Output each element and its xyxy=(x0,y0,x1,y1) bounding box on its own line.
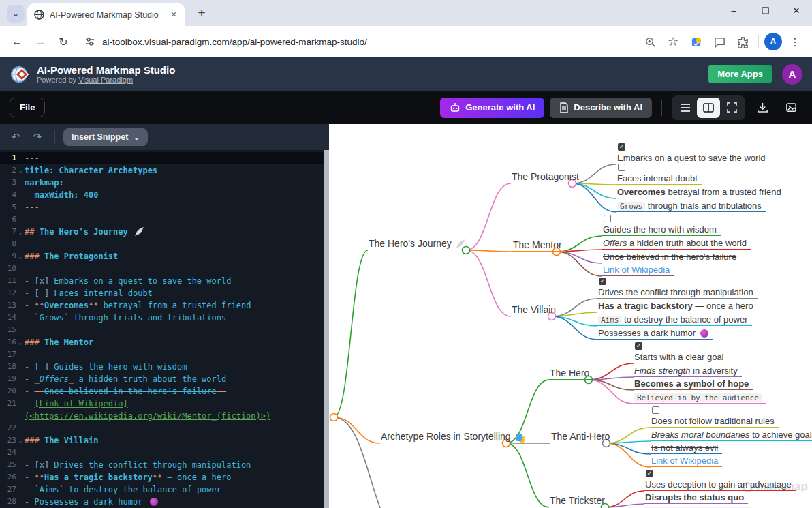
mindmap-branch-node[interactable]: The Villain xyxy=(511,304,560,316)
code-line[interactable]: 28- Possesses a dark humor xyxy=(0,496,324,508)
mindmap-branch-node[interactable]: The Anti-Hero xyxy=(550,431,614,443)
checkbox-checked[interactable]: ✓ xyxy=(599,278,606,285)
line-number: 23 xyxy=(0,434,16,447)
address-bar[interactable]: ai-toolbox.visual-paradigm.com/app/ai-po… xyxy=(76,36,637,47)
window-maximize-button[interactable] xyxy=(749,0,781,20)
code-line[interactable]: 10 xyxy=(0,263,324,275)
mindmap-branch-node[interactable]: Archetype Roles in Storytelling xyxy=(380,431,527,443)
url-text[interactable]: ai-toolbox.visual-paradigm.com/app/ai-po… xyxy=(102,37,367,47)
file-menu-button[interactable]: File xyxy=(10,98,45,117)
checkbox-unchecked[interactable] xyxy=(618,164,625,171)
code-line[interactable]: 1--- xyxy=(0,152,324,164)
site-settings-icon[interactable] xyxy=(84,36,95,47)
checkbox-checked[interactable]: ✓ xyxy=(646,470,653,477)
code-line[interactable]: 26- **Has a tragic backstory** — once a … xyxy=(0,471,324,483)
code-line[interactable]: 19- _Offers_ a hidden truth about the wo… xyxy=(0,373,324,385)
redo-icon[interactable]: ↷ xyxy=(29,131,46,143)
code-line[interactable]: 12- [ ] Faces internal doubt xyxy=(0,287,324,299)
extensions-puzzle-icon[interactable] xyxy=(732,31,753,52)
more-apps-button[interactable]: More Apps xyxy=(708,65,772,83)
menu-kebab-icon[interactable]: ⋮ xyxy=(785,31,805,52)
code-line[interactable]: 20- ~~Once believed in the hero's failur… xyxy=(0,385,324,398)
pane-resizer[interactable] xyxy=(324,150,329,508)
code-line[interactable]: 13- **Overcomes** betrayal from a truste… xyxy=(0,299,324,312)
code-line[interactable]: 24 xyxy=(0,447,324,459)
markdown-editor-pane: ↶ ↷ Insert Snippet ⌄ 1---2⌄title: Charac… xyxy=(0,124,329,508)
mindmap-leaf-node: Grows through trials and tribulations xyxy=(616,200,766,212)
code-line[interactable]: (<https://en.wikipedia.org/wiki/Mentor_(… xyxy=(0,410,324,422)
node-circle[interactable] xyxy=(330,414,338,421)
code-line[interactable]: 21- [Link of Wikipedia] xyxy=(0,398,324,410)
code-text: - [Link of Wikipedia] xyxy=(25,398,128,410)
checkbox-unchecked[interactable] xyxy=(652,406,659,414)
code-line[interactable]: 18- [ ] Guides the hero with wisdom xyxy=(0,361,324,373)
code-line[interactable]: 2⌄title: Character Archetypes xyxy=(0,164,324,177)
code-text: - [x] Embarks on a quest to save the wor… xyxy=(25,275,231,287)
mindmap-branch-node[interactable]: The Mentor xyxy=(512,239,566,252)
code-text: ### The Villain xyxy=(25,434,98,447)
browser-tab[interactable]: AI-Powered Markmap Studio × xyxy=(27,3,185,26)
zoom-icon[interactable] xyxy=(640,31,660,52)
code-line[interactable]: 3markmap: xyxy=(0,177,324,189)
code-line[interactable]: 11- [x] Embarks on a quest to save the w… xyxy=(0,275,324,287)
fullscreen-view-button[interactable] xyxy=(720,98,743,118)
mindmap-branch-node[interactable]: The Hero xyxy=(549,368,593,380)
visual-paradigm-link[interactable]: Visual Paradigm xyxy=(78,76,133,84)
code-line[interactable]: 14- `Grows` through trials and tribulati… xyxy=(0,312,324,324)
fold-arrow-icon[interactable]: ⌄ xyxy=(16,434,25,447)
mindmap-canvas[interactable]: markmap The Hero's Journey Archetype Rol… xyxy=(329,124,812,508)
mindmap-branch-node[interactable]: The Protagonist xyxy=(511,171,583,183)
checkbox-checked[interactable]: ✓ xyxy=(635,342,642,350)
code-line[interactable]: 8 xyxy=(0,238,324,250)
insert-snippet-button[interactable]: Insert Snippet ⌄ xyxy=(63,128,148,146)
code-line[interactable]: 7⌄## The Hero's Journey xyxy=(0,226,324,238)
tab-list-chevron-icon[interactable]: ⌄ xyxy=(7,5,25,23)
app-user-avatar[interactable]: A xyxy=(782,64,802,85)
code-line[interactable]: 25- [x] Drives the conflict through mani… xyxy=(0,459,324,471)
code-line[interactable]: 15 xyxy=(0,324,324,336)
checkbox-checked[interactable]: ✓ xyxy=(618,143,625,151)
code-line[interactable]: 16⌄### The Mentor xyxy=(0,336,324,348)
code-line[interactable]: 9⌄### The Protagonist xyxy=(0,250,324,263)
undo-icon[interactable]: ↶ xyxy=(7,131,25,143)
bookmark-star-icon[interactable]: ☆ xyxy=(663,31,683,52)
line-number: 8 xyxy=(0,238,16,250)
code-line[interactable]: 6 xyxy=(0,213,324,226)
window-minimize-button[interactable]: – xyxy=(718,0,749,20)
code-line[interactable]: 5--- xyxy=(0,201,324,213)
new-tab-button[interactable]: + xyxy=(193,5,210,20)
browser-profile-avatar[interactable]: A xyxy=(764,33,782,50)
extension-colored-icon[interactable] xyxy=(686,31,706,52)
line-number: 13 xyxy=(0,299,16,312)
fold-arrow-icon[interactable]: ⌄ xyxy=(16,336,25,348)
code-line[interactable]: 23⌄### The Villain xyxy=(0,434,324,447)
describe-with-ai-button[interactable]: Describe with AI xyxy=(550,98,652,118)
editor-only-view-button[interactable] xyxy=(674,98,697,118)
fold-arrow-icon[interactable]: ⌄ xyxy=(16,164,25,177)
mindmap-branch-node[interactable]: The Hero's Journey xyxy=(368,238,469,250)
comment-icon[interactable] xyxy=(709,31,730,52)
editor-toolbar-divider xyxy=(54,130,55,144)
forward-icon[interactable]: → xyxy=(30,31,50,52)
reload-icon[interactable]: ↻ xyxy=(53,31,74,52)
generate-with-ai-button[interactable]: Generate with AI xyxy=(440,98,544,118)
line-number: 28 xyxy=(0,496,16,508)
split-view-button[interactable] xyxy=(697,98,720,118)
code-line[interactable]: 17 xyxy=(0,348,324,361)
robot-icon xyxy=(450,102,460,113)
download-button[interactable] xyxy=(751,98,774,118)
fold-arrow-icon[interactable]: ⌄ xyxy=(16,250,25,263)
line-number: 14 xyxy=(0,312,16,324)
fold-arrow-icon[interactable]: ⌄ xyxy=(16,226,25,238)
code-line[interactable]: 27- `Aims` to destroy the balance of pow… xyxy=(0,483,324,496)
code-line[interactable]: 22 xyxy=(0,422,324,434)
mindmap-branch-node[interactable]: The Trickster xyxy=(549,495,609,507)
code-line[interactable]: 4 maxWidth: 400 xyxy=(0,189,324,201)
checkbox-unchecked[interactable] xyxy=(604,215,611,222)
line-number: 4 xyxy=(0,189,16,201)
window-close-button[interactable]: ✕ xyxy=(781,0,812,20)
export-image-button[interactable] xyxy=(779,98,802,118)
code-editor[interactable]: 1---2⌄title: Character Archetypes3markma… xyxy=(0,150,324,508)
tab-close-icon[interactable]: × xyxy=(168,9,180,21)
back-icon[interactable]: ← xyxy=(7,31,27,52)
